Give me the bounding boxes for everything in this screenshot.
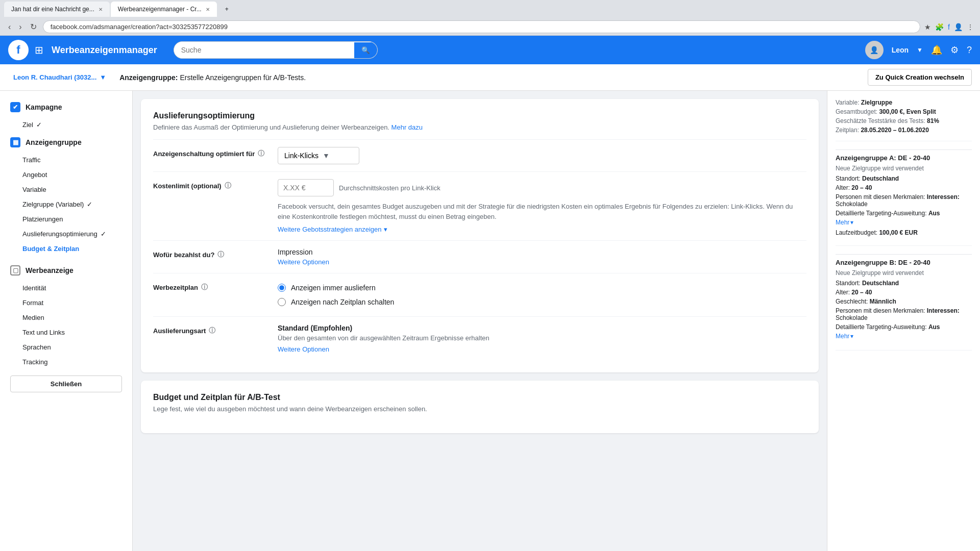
schedule-summary-row: Zeitplan: 28.05.2020 – 01.06.2020	[836, 127, 972, 134]
menu-icon[interactable]: ⋮	[967, 23, 974, 31]
sidebar-item-sprachen[interactable]: Sprachen	[0, 340, 132, 355]
variable-row: Variable: Zielgruppe	[836, 99, 972, 106]
sidebar-group-anzeigengruppe: ▦ Anzeigengruppe	[0, 132, 132, 153]
impression-label: Impression	[278, 248, 806, 256]
profile-icon[interactable]: 👤	[954, 23, 963, 31]
delivery-more-link[interactable]: Weitere Optionen	[278, 345, 329, 353]
test-strength-label: Geschätzte Teststärke des Tests:	[836, 117, 925, 124]
pay-for-label: Wofür bezahlst du? ⓘ	[153, 248, 265, 259]
group-a-interests: Personen mit diesen Merkmalen: Interesse…	[836, 193, 972, 208]
sidebar-item-format[interactable]: Format	[0, 295, 132, 310]
bidding-link[interactable]: Weitere Gebotsstrategien anzeigen ▾	[278, 226, 387, 233]
sidebar-item-tracking[interactable]: Tracking	[0, 355, 132, 369]
sidebar-item-traffic[interactable]: Traffic	[0, 153, 132, 167]
info-icon: ⓘ	[225, 181, 231, 190]
browser-chrome: Jan hat dir eine Nachricht ge... ✕ Werbe…	[0, 0, 980, 18]
schedule-summary-value: 28.05.2020 – 01.06.2020	[861, 127, 928, 134]
sidebar-item-platzierungen[interactable]: Platzierungen	[0, 212, 132, 227]
test-strength-row: Geschätzte Teststärke des Tests: 81%	[836, 117, 972, 124]
search-input[interactable]	[174, 42, 354, 58]
schedule-option-1[interactable]: Anzeigen immer ausliefern	[278, 281, 806, 295]
reload-btn[interactable]: ↻	[28, 21, 39, 33]
chevron-down-icon: ▾	[850, 333, 853, 340]
sidebar-item-ziel[interactable]: Ziel ✓	[0, 117, 132, 132]
group-a-mehr-link[interactable]: Mehr ▾	[836, 219, 853, 226]
right-panel-group-a: Anzeigengruppe A: DE - 20-40 Neue Zielgr…	[836, 154, 972, 246]
quick-creation-btn[interactable]: Zu Quick Creation wechseln	[868, 69, 972, 86]
fb-app-icon[interactable]: ⊞	[35, 44, 43, 56]
budget-summary-row: Gesamtbudget: 300,00 €, Even Split	[836, 108, 972, 115]
account-switcher[interactable]: Leon R. Chaudhari (3032... ▼	[8, 70, 111, 84]
budget-card-subtitle: Lege fest, wie viel du ausgeben möchtest…	[153, 405, 806, 413]
right-panel: Variable: Zielgruppe Gesamtbudget: 300,0…	[827, 91, 980, 551]
schedule-label: Werbezeitplan ⓘ	[153, 281, 265, 292]
group-b-gender: Geschlecht: Männlich	[836, 298, 972, 305]
werbeanzeige-label: Werbeanzeige	[26, 266, 74, 274]
group-b-title: Anzeigengruppe B: DE - 20-40	[836, 259, 972, 266]
test-strength-value: 81%	[927, 117, 939, 124]
right-panel-group-b: Anzeigengruppe B: DE - 20-40 Neue Zielgr…	[836, 259, 972, 350]
group-a-standort: Standort: Deutschland	[836, 175, 972, 182]
cost-limit-label: Kostenlimit (optional) ⓘ	[153, 179, 265, 190]
group-a-alter: Alter: 20 – 40	[836, 184, 972, 191]
sidebar-item-zielgruppe[interactable]: Zielgruppe (Variabel) ✓	[0, 197, 132, 212]
user-name: Leon	[892, 46, 909, 54]
info-icon: ⓘ	[258, 149, 264, 158]
address-input[interactable]	[43, 20, 920, 33]
schedule-option-2-label: Anzeigen nach Zeitplan schalten	[291, 298, 394, 306]
chevron-down-icon: ▾	[850, 219, 853, 226]
cost-input-row: Durchschnittskosten pro Link-Klick	[278, 179, 806, 196]
group-b-standort: Standort: Deutschland	[836, 280, 972, 287]
extension-icon[interactable]: 🧩	[935, 23, 944, 31]
new-tab-btn[interactable]: +	[218, 2, 236, 17]
star-icon[interactable]: ★	[924, 23, 931, 31]
cost-description: Facebook versucht, dein gesamtes Budget …	[278, 202, 806, 221]
search-button[interactable]: 🔍	[354, 42, 377, 58]
info-icon: ⓘ	[201, 283, 208, 292]
chevron-down-icon[interactable]: ▼	[917, 46, 923, 54]
fb-logo: f	[8, 40, 29, 60]
address-bar: ‹ › ↻ ★ 🧩 f 👤 ⋮	[0, 18, 980, 36]
mehr-optionen-link[interactable]: Weitere Optionen	[278, 258, 329, 266]
info-icon: ⓘ	[217, 250, 224, 259]
tab-1[interactable]: Jan hat dir eine Nachricht ge... ✕	[4, 2, 110, 17]
mehr-dazu-link[interactable]: Mehr dazu	[391, 123, 423, 131]
group-a-title: Anzeigengruppe A: DE - 20-40	[836, 154, 972, 162]
sub-header: Leon R. Chaudhari (3032... ▼ Anzeigengru…	[0, 64, 980, 91]
sidebar-item-text[interactable]: Text und Links	[0, 325, 132, 340]
cost-input[interactable]	[278, 179, 334, 196]
settings-icon[interactable]: ⚙	[950, 44, 959, 56]
budget-label: Gesamtbudget:	[836, 108, 877, 115]
schedule-content: Anzeigen immer ausliefern Anzeigen nach …	[278, 281, 806, 309]
pay-for-row: Wofür bezahlst du? ⓘ Impression Weitere …	[153, 240, 806, 273]
check-icon: ✓	[36, 121, 42, 129]
back-btn[interactable]: ‹	[6, 21, 13, 33]
fb-favicon: f	[948, 23, 950, 31]
sidebar-item-medien[interactable]: Medien	[0, 310, 132, 325]
sidebar-group-werbeanzeige: ▢ Werbeanzeige	[0, 260, 132, 281]
fb-search: 🔍	[174, 41, 378, 59]
sidebar-item-identitaet[interactable]: Identität	[0, 281, 132, 295]
tab-2-label: Werbeanzeigenmanager - Cr...	[118, 6, 202, 13]
cost-description-label: Durchschnittskosten pro Link-Klick	[339, 184, 440, 192]
sidebar-item-variable[interactable]: Variable	[0, 182, 132, 197]
sidebar-item-auslieferungsoptimierung[interactable]: Auslieferungsoptimierung ✓	[0, 227, 132, 241]
variable-label: Variable:	[836, 99, 859, 106]
group-b-targeting: Detaillierte Targeting-Ausweitung: Aus	[836, 323, 972, 331]
link-klicks-select[interactable]: Link-Klicks ▼	[278, 147, 359, 164]
help-icon[interactable]: ?	[967, 45, 972, 56]
fb-header: f ⊞ Werbeanzeigenmanager 🔍 👤 Leon ▼ 🔔 ⚙ …	[0, 36, 980, 64]
schedule-option-2[interactable]: Anzeigen nach Zeitplan schalten	[278, 295, 806, 309]
tab-2-close[interactable]: ✕	[206, 7, 210, 12]
group-b-mehr-link[interactable]: Mehr ▾	[836, 333, 853, 340]
sidebar: ✔ Kampagne Ziel ✓ ▦ Anzeigengruppe Traff…	[0, 91, 133, 551]
close-btn[interactable]: Schließen	[10, 375, 122, 392]
group-b-interests: Personen mit diesen Merkmalen: Interesse…	[836, 307, 972, 321]
notification-icon[interactable]: 🔔	[931, 44, 942, 56]
tab-2[interactable]: Werbeanzeigenmanager - Cr... ✕	[111, 2, 217, 17]
forward-btn[interactable]: ›	[17, 21, 23, 33]
tab-1-close[interactable]: ✕	[99, 7, 103, 12]
sidebar-item-ziel-label: Ziel	[22, 121, 33, 129]
sidebar-item-budget[interactable]: Budget & Zeitplan	[0, 241, 132, 256]
sidebar-item-angebot[interactable]: Angebot	[0, 167, 132, 182]
